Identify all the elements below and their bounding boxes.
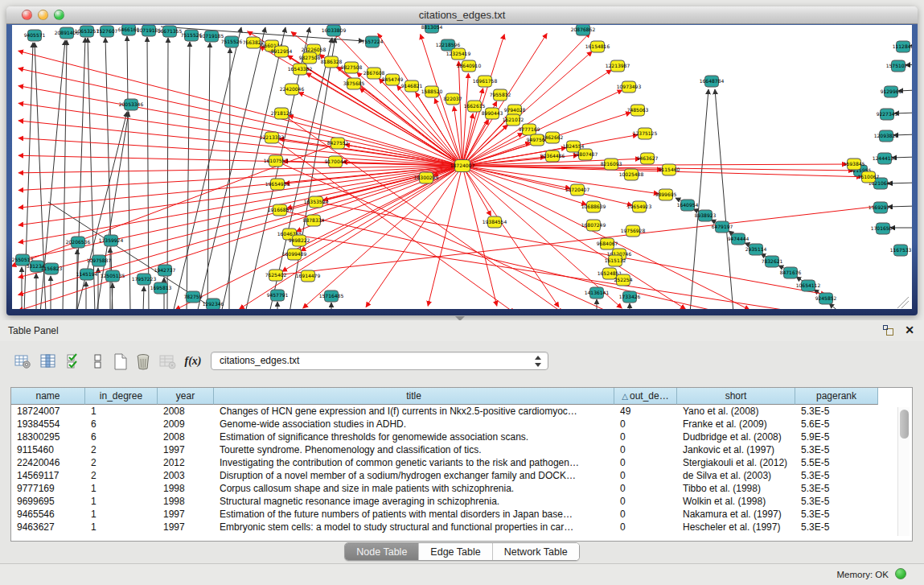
table-cell: Dudbridge et al. (2008) [677, 431, 795, 443]
table-cell: 5.5E-5 [795, 456, 878, 469]
table-cell: 1 [85, 508, 158, 521]
table-row[interactable]: 946362711997Embryonic stem cells: a mode… [11, 521, 894, 534]
graph-node-label: 16107553 [264, 158, 289, 163]
graph-node-label: 822037 [444, 96, 462, 101]
graph-node-label: 1145194 [76, 271, 98, 277]
table-cell: 5.3E-5 [795, 469, 878, 482]
table-cell: 0 [614, 431, 677, 443]
graph-node-label: 10973493 [617, 84, 642, 89]
graph-edge [173, 27, 241, 309]
graph-node-label: 782759 [184, 294, 203, 299]
column-header-name[interactable]: name [11, 388, 85, 405]
graph-node-label: 9463627 [637, 155, 659, 161]
table-row[interactable]: 1456911722003Disruption of a novel membe… [11, 469, 894, 482]
graph-node-label: 1167533 [890, 247, 912, 253]
graph-node-label: 22420046 [280, 86, 305, 92]
column-header-out_de[interactable]: △out_de… [614, 388, 677, 405]
table-cell: 18724007 [11, 405, 85, 418]
graph-node-label: 20876862 [571, 27, 596, 32]
graph-node-label: 17957223 [132, 276, 157, 282]
show-columns-icon[interactable] [39, 351, 58, 372]
graph-node-label: 12325419 [446, 51, 471, 56]
table-cell: Tourette syndrome. Phenomenology and cla… [214, 443, 614, 456]
graph-node-label: 9115460 [659, 167, 680, 172]
graph-edge [18, 121, 462, 166]
table-selector-value: citations_edges.txt [220, 355, 299, 366]
resize-grip-icon[interactable] [901, 301, 909, 308]
graph-node-label: 16543382 [288, 66, 313, 72]
network-graph: 9405571208914061065325715276076466160107… [12, 25, 912, 309]
close-panel-icon[interactable]: ✕ [905, 323, 914, 336]
column-header-in_degree[interactable]: in_degree [85, 388, 158, 405]
graph-node-label: 16154816 [585, 43, 610, 49]
graph-edge [175, 166, 462, 309]
table-cell: 2012 [158, 456, 214, 469]
new-table-icon[interactable] [111, 351, 130, 372]
graph-node-label: 10025488 [619, 171, 644, 177]
tab-network-table[interactable]: Network Table [493, 543, 579, 560]
graph-edge [428, 166, 462, 306]
graph-node-label: 12213987 [606, 63, 630, 68]
scrollbar-thumb[interactable] [900, 410, 909, 439]
table-selector-dropdown[interactable]: citations_edges.txt [211, 352, 548, 370]
tab-edge-table[interactable]: Edge Table [419, 543, 492, 560]
graph-node-label: 16648784 [700, 78, 725, 84]
table-options-icon[interactable] [13, 351, 32, 372]
table-cell: 2008 [158, 431, 214, 443]
graph-edge [298, 93, 462, 166]
graph-edge [462, 166, 622, 308]
table-row[interactable]: 1872400712008Changes of HCN gene express… [11, 405, 894, 418]
tab-node-table[interactable]: Node Table [345, 543, 419, 560]
graph-node-label: 1610067 [858, 174, 880, 179]
graph-node-label: 10719185 [199, 33, 224, 39]
float-panel-icon[interactable] [882, 325, 895, 336]
table-cell: Jankovic et al. (1997) [677, 443, 795, 456]
graph-edge [690, 89, 708, 309]
graph-node-label: 15716485 [319, 293, 344, 299]
table-row[interactable]: 946554611997Estimation of the future num… [11, 508, 894, 521]
table-cell: Nakamura et al. (1997) [677, 508, 795, 521]
memory-status-indicator[interactable] [895, 568, 906, 579]
graph-node-label: 15720407 [565, 187, 590, 192]
table-row[interactable]: 1938455462009Genome-wide association stu… [11, 418, 894, 431]
table-cell: 1 [85, 482, 158, 495]
column-header-title[interactable]: title [214, 388, 614, 405]
table-cell: Tibbo et al. (1998) [677, 482, 795, 495]
graph-node-label: 19384554 [483, 219, 507, 225]
table-panel-title: Table Panel [8, 325, 59, 336]
table-row[interactable]: 911546021997Tourette syndrome. Phenomeno… [11, 443, 894, 456]
delete-table-icon[interactable] [133, 351, 153, 372]
graph-node-label: 16807487 [573, 151, 598, 157]
table-cell: Embryonic stem cells: a model to study s… [214, 521, 614, 534]
table-cell: 2 [85, 443, 158, 456]
graph-node-label: 9777169 [519, 126, 540, 132]
table-cell: 5.6E-5 [795, 418, 878, 431]
column-header-short[interactable]: short [677, 388, 795, 405]
column-header-year[interactable]: year [158, 388, 214, 405]
table-cell: Corpus callosum shape and size in male p… [214, 482, 614, 495]
graph-node-label: 19756928 [621, 228, 646, 233]
function-builder-icon[interactable]: f(x) [183, 351, 203, 372]
graph-edge [462, 166, 632, 205]
row-height-icon[interactable] [88, 351, 108, 372]
vertical-scrollbar[interactable] [897, 407, 910, 536]
graph-node-label: 9129966 [881, 89, 902, 94]
select-columns-icon[interactable] [64, 351, 84, 372]
table-cell: Investigating the contribution of common… [214, 456, 614, 469]
graph-node-label: 1695813 [150, 285, 172, 290]
graph-node-label: 18300295 [414, 175, 439, 180]
graph-node-label: 1615132 [605, 257, 626, 263]
column-header-pagerank[interactable]: pagerank [795, 388, 878, 405]
table-row[interactable]: 969969511998Structural magnetic resonanc… [11, 495, 894, 508]
graph-node-label: 6479197 [712, 224, 733, 229]
table-row[interactable]: 2242004622012Investigating the contribut… [11, 456, 894, 469]
window-titlebar[interactable]: citations_edges.txt [6, 6, 918, 24]
network-canvas[interactable]: 9405571208914061065325715276076466160107… [12, 25, 912, 309]
table-row[interactable]: 1830029562008Estimation of significance … [11, 431, 894, 443]
graph-edge [12, 143, 338, 266]
graph-node-label: 20206536 [66, 239, 91, 245]
graph-node-label: 1733426 [619, 294, 641, 299]
table-row[interactable]: 977716911998Corpus callosum shape and si… [11, 482, 894, 495]
table-cell: Wolkin et al. (1998) [677, 495, 795, 508]
graph-node-label: 19654935 [265, 181, 290, 187]
